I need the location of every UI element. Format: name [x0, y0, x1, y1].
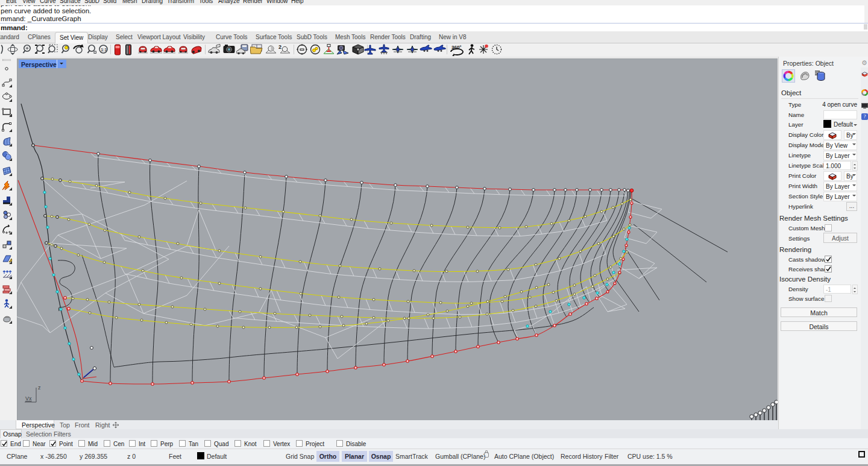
svg-text:2: 2 — [278, 44, 281, 50]
svg-text:Vx: Vx — [25, 395, 32, 401]
svg-text:1:1: 1:1 — [101, 48, 107, 52]
svg-text:z: z — [38, 385, 41, 391]
